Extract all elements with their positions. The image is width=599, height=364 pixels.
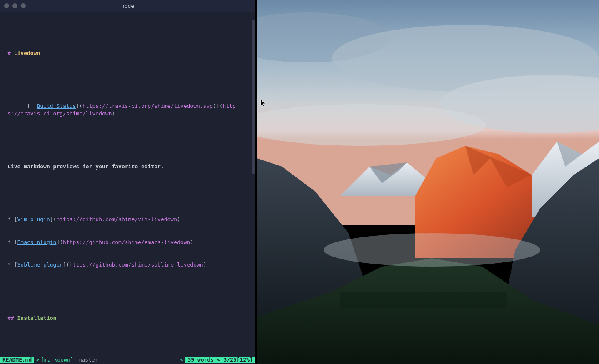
badge-sep: )]( [213, 103, 222, 109]
traffic-lights [4, 3, 26, 8]
zoom-window-icon[interactable] [21, 3, 26, 8]
url-emacs-plugin: https://github.com/shime/emacs-livedown [63, 239, 190, 245]
statusbar-filetype: [markdown] [41, 357, 73, 363]
h2-install-marker: ## [7, 315, 14, 321]
link-emacs-plugin: Emacs plugin [17, 239, 56, 245]
statusbar-separator: > [34, 357, 41, 363]
badge-mid: ]( [76, 103, 82, 109]
statusbar-separator-right: < [179, 357, 185, 363]
tagline: Live markdown previews for your favorite… [7, 163, 164, 170]
close-window-icon[interactable] [4, 3, 9, 8]
url-sublime-plugin: https://github.com/shime/sublime-livedow… [70, 262, 203, 268]
window-title: node [0, 3, 255, 9]
titlebar[interactable]: node [0, 0, 255, 12]
scrollbar[interactable] [252, 20, 255, 174]
badge-alt-text: Build Status [37, 103, 76, 109]
h2-install-text: Installation [17, 315, 56, 321]
svg-point-6 [324, 233, 540, 267]
badge-open: [![ [27, 103, 37, 109]
badge-close: ) [112, 110, 115, 117]
minimize-window-icon[interactable] [12, 3, 17, 8]
badge-image-url: https://travis-ci.org/shime/livedown.svg [82, 103, 213, 109]
h1-marker: # [7, 50, 11, 56]
link-sublime-plugin: Sublime plugin [17, 262, 63, 268]
url-vim-plugin: https://github.com/shime/vim-livedown [56, 216, 177, 222]
statusbar: README.md > [markdown] master < 39 words… [0, 355, 255, 364]
terminal-window: node # Livedown [![Build Status](https:/… [0, 0, 255, 364]
editor-area[interactable]: # Livedown [![Build Status](https://trav… [0, 12, 255, 355]
statusbar-filename: README.md [0, 357, 34, 363]
bullet-star: * [7, 216, 11, 222]
statusbar-position: 39 words < 3/25[12%] [185, 357, 255, 363]
desktop-wallpaper[interactable] [257, 0, 599, 364]
svg-rect-5 [340, 292, 507, 308]
h1-text: Livedown [14, 50, 40, 56]
statusbar-git-branch: master [74, 357, 98, 363]
link-vim-plugin: Vim plugin [17, 216, 50, 222]
